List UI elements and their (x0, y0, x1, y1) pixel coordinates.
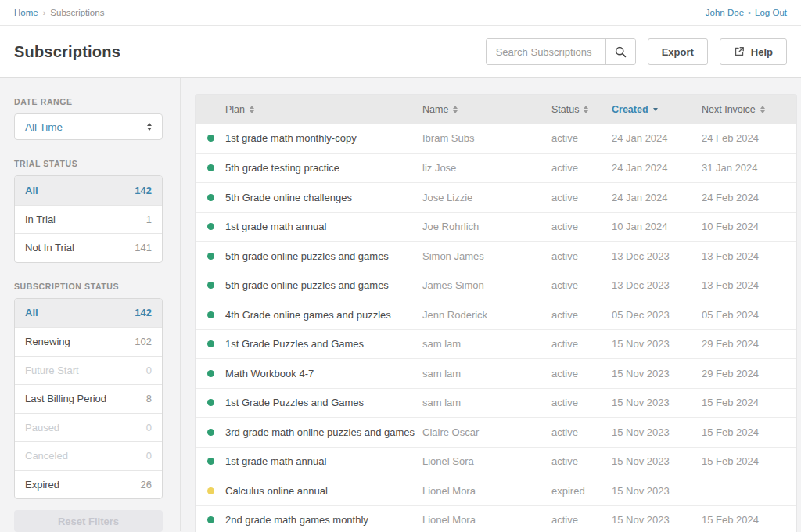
filter-item-count: 0 (146, 422, 152, 433)
cell-status: active (551, 455, 612, 467)
cell-created: 13 Dec 2023 (612, 250, 702, 262)
header-controls: Export Help (486, 38, 787, 65)
status-dot-icon (207, 370, 214, 377)
column-header-label: Status (551, 104, 579, 115)
cell-created: 24 Jan 2024 (612, 162, 702, 174)
sort-icon (584, 106, 588, 113)
status-dot-icon (207, 399, 214, 406)
filter-item[interactable]: In Trial 1 (15, 205, 162, 234)
filter-item-label: Last Billing Period (25, 393, 106, 404)
cell-next-invoice: 13 Feb 2024 (702, 250, 796, 262)
sort-icon (250, 106, 254, 113)
table-row[interactable]: 1st grade math annual Lionel Sora active… (196, 447, 796, 476)
filter-item[interactable]: All 142 (15, 176, 162, 205)
cell-status: active (551, 192, 612, 203)
filter-item-count: 1 (146, 214, 152, 225)
user-name-link[interactable]: John Doe (706, 8, 744, 17)
filter-item[interactable]: Future Start 0 (15, 356, 162, 385)
column-header[interactable]: Plan (225, 104, 422, 115)
help-button[interactable]: Help (720, 38, 787, 65)
search-button[interactable] (605, 39, 635, 64)
date-range-select[interactable]: All Time (14, 113, 163, 140)
cell-created: 15 Nov 2023 (612, 514, 702, 526)
cell-plan: Math Workbook 4-7 (225, 368, 422, 379)
filter-item[interactable]: Last Billing Period 8 (15, 384, 162, 413)
cell-next-invoice: 05 Feb 2024 (702, 309, 796, 321)
cell-status: active (551, 279, 612, 291)
reset-filters-button[interactable]: Reset Filters (14, 510, 163, 532)
column-header[interactable]: Next Invoice (702, 104, 796, 115)
column-header-label: Name (422, 104, 448, 115)
cell-name: Simon James (422, 250, 551, 262)
cell-created: 10 Jan 2024 (612, 221, 702, 232)
table-row[interactable]: 5th grade online puzzles and games James… (196, 271, 796, 300)
column-header[interactable]: Name (422, 104, 551, 115)
filter-item-label: Not In Trial (25, 242, 74, 253)
column-header[interactable]: Status (551, 104, 612, 115)
cell-status: active (551, 338, 612, 350)
breadcrumb-home-link[interactable]: Home (14, 8, 38, 17)
table-row[interactable]: 2nd grade math games monthly Lionel Mora… (196, 505, 796, 532)
cell-plan: 5th grade testing practice (225, 162, 422, 174)
filter-item-label: Paused (25, 422, 59, 433)
table-row[interactable]: Calculus online annual Lionel Mora expir… (196, 476, 796, 505)
filter-item[interactable]: All 142 (15, 299, 162, 328)
cell-created: 15 Nov 2023 (612, 485, 702, 497)
table-row[interactable]: 1st grade math monthly-copy Ibram Subs a… (196, 124, 796, 153)
table-row[interactable]: 4th Grade online games and puzzles Jenn … (196, 300, 796, 329)
breadcrumb-separator: › (43, 8, 46, 17)
help-button-label: Help (751, 46, 773, 58)
table-row[interactable]: 5th grade online puzzles and games Simon… (196, 241, 796, 271)
logout-link[interactable]: Log Out (755, 8, 787, 17)
column-header-label: Created (612, 104, 648, 115)
trial-status-label: TRIAL STATUS (14, 159, 163, 168)
status-dot-icon (207, 253, 214, 260)
search-group (486, 38, 636, 65)
export-button[interactable]: Export (648, 38, 708, 65)
cell-next-invoice: 15 Feb 2024 (702, 455, 796, 467)
filters-sidebar: DATE RANGE All Time TRIAL STATUS All 142… (14, 78, 163, 532)
cell-plan: 1st Grade Puzzles and Games (225, 338, 422, 350)
filter-item-count: 141 (135, 242, 152, 253)
filter-item-count: 102 (135, 336, 152, 347)
cell-status: active (551, 162, 612, 174)
filter-item[interactable]: Expired 26 (15, 470, 162, 499)
filter-item[interactable]: Not In Trial 141 (15, 233, 162, 262)
table-row[interactable]: 5th grade testing practice liz Jose acti… (196, 153, 796, 183)
cell-next-invoice: 15 Feb 2024 (702, 397, 796, 408)
table-row[interactable]: 1st Grade Puzzles and Games sam lam acti… (196, 329, 796, 359)
status-dot-icon (207, 282, 214, 289)
user-menu: John Doe • Log Out (706, 8, 787, 17)
table-row[interactable]: 3rd grade math online puzzles and games … (196, 417, 796, 447)
table-row[interactable]: 1st Grade Puzzles and Games sam lam acti… (196, 388, 796, 418)
filter-item-label: Renewing (25, 336, 70, 347)
table-row[interactable]: 5th Grade online challenges Jose Lizzie … (196, 182, 796, 212)
table-row[interactable]: 1st grade math annual Joe Rohrlich activ… (196, 212, 796, 242)
cell-name: sam lam (422, 338, 551, 350)
subscriptions-table: Plan Name Status Created Next Invoice 1s… (196, 95, 796, 532)
search-input[interactable] (487, 39, 605, 64)
cell-next-invoice: 24 Feb 2024 (702, 192, 796, 203)
topbar: Home › Subscriptions John Doe • Log Out (0, 0, 801, 26)
filter-item-label: All (25, 307, 38, 318)
cell-next-invoice: 24 Feb 2024 (702, 132, 796, 144)
cell-name: liz Jose (422, 162, 551, 174)
filter-item[interactable]: Paused 0 (15, 413, 162, 442)
cell-plan: 1st grade math monthly-copy (225, 132, 422, 144)
cell-next-invoice: 15 Feb 2024 (702, 426, 796, 438)
filter-item[interactable]: Renewing 102 (15, 327, 162, 356)
breadcrumb-current: Subscriptions (50, 8, 104, 17)
column-header[interactable]: Created (612, 104, 702, 115)
cell-created: 24 Jan 2024 (612, 192, 702, 203)
cell-next-invoice: 15 Feb 2024 (702, 514, 796, 526)
cell-name: Lionel Sora (422, 455, 551, 467)
cell-next-invoice: 31 Jan 2024 (702, 162, 796, 174)
cell-status: active (551, 426, 612, 438)
column-header-label: Next Invoice (702, 104, 756, 115)
subscription-status-label: SUBSCRIPTION STATUS (14, 282, 163, 291)
cell-name: Claire Oscar (422, 426, 551, 438)
filter-item-count: 26 (141, 479, 152, 491)
table-row[interactable]: Math Workbook 4-7 sam lam active 15 Nov … (196, 358, 796, 388)
cell-next-invoice: 13 Feb 2024 (702, 279, 796, 291)
filter-item[interactable]: Canceled 0 (15, 441, 162, 470)
